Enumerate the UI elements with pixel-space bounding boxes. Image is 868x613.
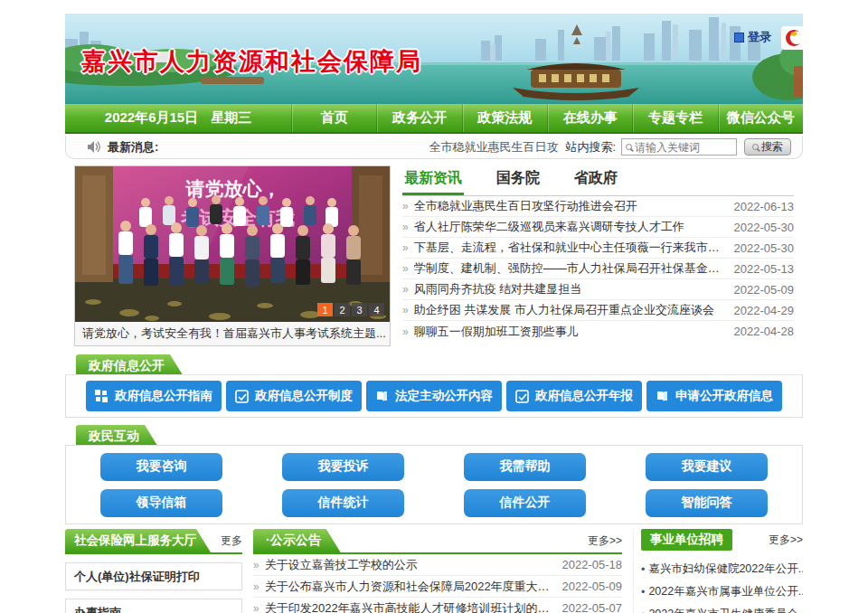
button-letter-disclosure[interactable]: 信件公开 — [464, 489, 586, 517]
button-smart-qa[interactable]: 智能问答 — [646, 489, 768, 517]
slider-page-1[interactable]: 1 — [317, 303, 333, 316]
section-header-recruitment: 事业单位招聘 — [641, 529, 732, 551]
button-need-help[interactable]: 我需帮助 — [464, 453, 586, 481]
interaction-row-1: 我要咨询 我要投诉 我需帮助 我要建议 — [100, 453, 768, 481]
button-label: 政府信息公开年报 — [535, 388, 633, 404]
social-insurance-item-print-cert[interactable]: 个人(单位)社保证明打印 — [65, 562, 242, 590]
news-title: 全市稳就业惠民生百日攻坚行动推进会召开 — [414, 198, 725, 214]
tab-latest-news[interactable]: 最新资讯 — [402, 167, 464, 195]
site-title: 嘉兴市人力资源和社会保障局 — [81, 45, 422, 78]
social-insurance-column: 社会保险网上服务大厅 更多 个人(单位)社保证明打印 办事指南 — [65, 529, 242, 613]
doc-check-icon — [235, 390, 249, 403]
news-item[interactable]: » 聊聊五一假期加班工资那些事儿 2022-04-28 — [402, 321, 794, 342]
site-logo[interactable]: 中国嘉兴 JIAXING CHINA — [781, 26, 803, 50]
news-item[interactable]: » 助企纾困 共谋发展 市人力社保局召开重点企业交流座谈会 2022-04-29 — [402, 300, 794, 321]
button-request-disclosure[interactable]: 申请公开政府信息 — [646, 381, 782, 411]
button-label: 政府信息公开指南 — [115, 388, 212, 404]
news-item[interactable]: » 风雨同舟齐抗疫 结对共建显担当 2022-05-09 — [402, 279, 794, 300]
ticker-label: 最新消息: — [108, 139, 158, 156]
grid-icon — [95, 390, 108, 403]
news-ticker-bar: 最新消息: 全市稳就业惠民生百日攻 站内搜索: 搜索 — [65, 136, 803, 159]
social-insurance-header: 社会保险网上服务大厅 更多 — [65, 529, 242, 554]
news-item[interactable]: » 省人社厅陈荣华二级巡视员来嘉兴调研专技人才工作 2022-05-30 — [402, 217, 794, 238]
button-letter-stats[interactable]: 信件统计 — [282, 489, 404, 517]
button-suggest[interactable]: 我要建议 — [646, 453, 768, 481]
boat — [513, 63, 639, 100]
recruitment-item[interactable]: • 2022年嘉兴市属事业单位公开... — [641, 580, 803, 603]
recruitment-item[interactable]: • 嘉兴市妇幼保健院2022年公开... — [641, 558, 803, 580]
announcement-item[interactable]: » 关于印发2022年嘉兴市高技能人才研修培训班计划的通知 2022-05-07 — [253, 598, 622, 613]
login-link[interactable]: 登录 — [734, 29, 771, 45]
news-date: 2022-05-30 — [734, 221, 795, 234]
news-date: 2022-06-13 — [734, 200, 795, 213]
slider-photo[interactable]: 请党放心， 考试安全有我 — [75, 166, 390, 322]
photo-slider[interactable]: 请党放心， 考试安全有我 — [74, 165, 391, 346]
recruitment-title: 2022年嘉兴市卫生健康委员会... — [648, 607, 803, 613]
slider-page-4[interactable]: 4 — [369, 303, 384, 316]
interaction-box: 我要咨询 我要投诉 我需帮助 我要建议 领导信箱 信件统计 信件公开 智能问答 — [65, 445, 803, 524]
slider-page-2[interactable]: 2 — [335, 303, 350, 316]
interaction-row-2: 领导信箱 信件统计 信件公开 智能问答 — [100, 489, 768, 517]
login-label: 登录 — [748, 29, 771, 45]
button-label: 法定主动公开内容 — [395, 388, 493, 404]
nav-item-online-services[interactable]: 在线办事 — [547, 104, 632, 132]
nav-item-special-columns[interactable]: 专题专栏 — [632, 104, 717, 132]
site-search-label: 站内搜索: — [565, 139, 616, 156]
announcement-title: 关于印发2022年嘉兴市高技能人才研修培训班计划的通知 — [265, 600, 555, 613]
announcements-more-link[interactable]: 更多>> — [588, 533, 622, 552]
double-arrow-icon: » — [253, 559, 259, 571]
ticker-scrolling-text[interactable]: 全市稳就业惠民生百日攻 — [429, 139, 558, 156]
photo-slogan-line1: 请党放心， — [185, 178, 281, 199]
search-button[interactable]: 搜索 — [744, 138, 791, 156]
double-arrow-icon: » — [402, 304, 409, 316]
social-insurance-item-service-guide[interactable]: 办事指南 — [65, 599, 242, 613]
nav-item-policies[interactable]: 政策法规 — [462, 104, 547, 132]
tab-provincial-gov[interactable]: 省政府 — [572, 167, 619, 195]
news-item[interactable]: » 学制度、建机制、强防控——市人力社保局召开社保基金要情专题学习会 2022-… — [402, 259, 794, 279]
login-icon — [734, 33, 744, 42]
announcement-item[interactable]: » 关于公布嘉兴市人力资源和社会保障局2022年度重大行政决策事... 2022… — [253, 576, 622, 598]
recruitment-more-link[interactable]: 更多>> — [769, 533, 803, 548]
double-arrow-icon: » — [253, 580, 259, 593]
announcement-date: 2022-05-07 — [562, 601, 623, 613]
announcement-title: 关于设立嘉善技工学校的公示 — [265, 557, 555, 573]
button-annual-report[interactable]: 政府信息公开年报 — [506, 381, 642, 411]
tab-state-council[interactable]: 国务院 — [495, 167, 542, 195]
main-navbar: 2022年6月15日 星期三 首页 政务公开 政策法规 在线办事 专题专栏 微信… — [65, 104, 803, 134]
button-disclosure-rules[interactable]: 政府信息公开制度 — [226, 381, 362, 411]
recruitment-item[interactable]: • 2022年嘉兴市卫生健康委员会... — [641, 603, 803, 613]
nav-item-gov-disclosure[interactable]: 政务公开 — [376, 104, 461, 132]
announcement-item[interactable]: » 关于设立嘉善技工学校的公示 2022-05-18 — [253, 554, 622, 576]
news-item[interactable]: » 全市稳就业惠民生百日攻坚行动推进会召开 2022-06-13 — [402, 196, 794, 217]
social-insurance-more-link[interactable]: 更多 — [221, 533, 242, 552]
recruitment-column: 事业单位招聘 更多>> • 嘉兴市妇幼保健院2022年公开... • 2022年… — [633, 529, 803, 613]
slider-caption[interactable]: 请党放心，考试安全有我！首届嘉兴市人事考试系统主题... — [75, 322, 390, 345]
people-back-row — [139, 195, 338, 227]
slider-page-3[interactable]: 3 — [352, 303, 367, 316]
news-panel: 最新资讯 国务院 省政府 » 全市稳就业惠民生百日攻坚行动推进会召开 2022-… — [402, 167, 794, 342]
button-label: 申请公开政府信息 — [675, 388, 773, 404]
news-title: 下基层、走流程，省社保和就业中心主任项薇一行来我市调研“国统”上线情况 — [414, 240, 725, 256]
button-proactive-disclosure[interactable]: 法定主动公开内容 — [366, 381, 502, 411]
button-disclosure-guide[interactable]: 政府信息公开指南 — [86, 381, 222, 411]
section-header-announcements: ·公示公告 — [253, 529, 341, 552]
search-button-icon — [752, 144, 759, 150]
speaker-icon — [88, 141, 100, 153]
search-input[interactable] — [635, 141, 732, 154]
news-tabs: 最新资讯 国务院 省政府 — [402, 167, 794, 196]
page: 嘉兴市人力资源和社会保障局 登录 中国嘉兴 JIAXING CHINA 2022… — [0, 0, 868, 613]
news-item[interactable]: » 下基层、走流程，省社保和就业中心主任项薇一行来我市调研“国统”上线情况 20… — [402, 238, 794, 259]
news-title: 助企纾困 共谋发展 市人力社保局召开重点企业交流座谈会 — [414, 302, 725, 318]
news-title: 省人社厅陈荣华二级巡视员来嘉兴调研专技人才工作 — [414, 219, 725, 235]
button-complain[interactable]: 我要投诉 — [282, 453, 404, 481]
section-header-social-insurance: 社会保险网上服务大厅 — [65, 529, 211, 552]
book-icon — [656, 390, 669, 403]
double-arrow-icon: » — [253, 602, 259, 613]
weekday-text: 星期三 — [211, 109, 251, 127]
nav-item-wechat[interactable]: 微信公众号 — [718, 104, 803, 132]
button-leader-mailbox[interactable]: 领导信箱 — [100, 489, 222, 517]
news-title: 学制度、建机制、强防控——市人力社保局召开社保基金要情专题学习会 — [414, 260, 725, 277]
button-consult[interactable]: 我要咨询 — [100, 453, 222, 481]
recruitment-title: 2022年嘉兴市属事业单位公开... — [648, 584, 803, 599]
nav-item-home[interactable]: 首页 — [291, 104, 376, 132]
